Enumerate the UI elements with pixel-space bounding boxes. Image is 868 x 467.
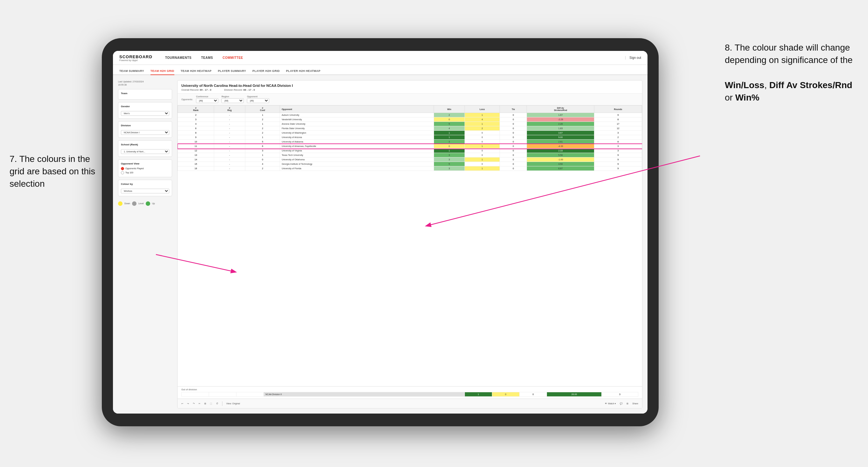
- watch-btn[interactable]: 👁 Watch ▾: [605, 402, 616, 405]
- ood-rounds: 3: [602, 392, 638, 397]
- share-btn[interactable]: Share: [632, 402, 638, 405]
- ood-rank: [182, 392, 209, 397]
- nav-teams[interactable]: TEAMS: [201, 56, 213, 60]
- tab-team-h2h-grid[interactable]: TEAM H2H GRID: [151, 69, 174, 75]
- grid-panel: University of North Carolina Head-to-Hea…: [177, 80, 643, 408]
- view-original-btn[interactable]: View: Original: [226, 402, 240, 405]
- table-row: 16 - 2 University of Florida 3 1 0 6.67 …: [178, 166, 642, 171]
- grid-records: Overall Record: 89 - 17 - 0 Division Rec…: [181, 88, 638, 91]
- overall-record-label: Overall Record: 89 - 17 - 0: [181, 88, 211, 91]
- table-row: 6 - 2 Florida State University 4 2 0 1.8…: [178, 126, 642, 131]
- legend-up-label: Up: [152, 202, 155, 205]
- main-content: Last Updated: 27/03/2024 16:55:38 Team G…: [113, 75, 648, 413]
- grid-header: University of North Carolina Head-to-Hea…: [178, 81, 642, 94]
- school-select[interactable]: 1. University of Nort...: [121, 149, 169, 154]
- table-row: 4 - 1 Arizona State University 5 1 0 2.2…: [178, 122, 642, 126]
- radio-top100[interactable]: Top 100: [121, 171, 169, 174]
- logo-area: SCOREBOARD Powered by clippd: [119, 54, 152, 61]
- ood-loss: 0: [492, 392, 519, 397]
- legend-down-label: Down: [124, 202, 130, 205]
- table-row: 11 - 6 University of Arkansas, Fayettevi…: [178, 144, 642, 149]
- h2h-table: #Rank #Reg #Conf Opponent Win Loss Tie D…: [178, 105, 642, 171]
- data-table: #Rank #Reg #Conf Opponent Win Loss Tie D…: [178, 105, 642, 386]
- sign-out-link[interactable]: Sign out: [625, 56, 641, 60]
- table-header-row: #Rank #Reg #Conf Opponent Win Loss Tie D…: [178, 105, 642, 113]
- bottom-toolbar: ↩ ↪ ↷ ✂ ⊞ ⬚ ⏱ View: Original 👁 Watch ▾ 💬…: [178, 399, 642, 408]
- tab-team-h2h-heatmap[interactable]: TEAM H2H HEATMAP: [181, 69, 212, 75]
- logo-text: SCOREBOARD: [119, 54, 152, 59]
- redo-btn[interactable]: ↪: [187, 402, 189, 405]
- tab-player-h2h-heatmap[interactable]: PLAYER H2H HEATMAP: [286, 69, 320, 75]
- last-updated: Last Updated: 27/03/2024 16:55:38: [118, 80, 172, 87]
- division-select[interactable]: NCAA Division I: [121, 130, 169, 135]
- col-reg: #Reg: [214, 105, 245, 113]
- filter-conference: Conference (All): [196, 95, 218, 103]
- cut-btn[interactable]: ✂: [198, 402, 200, 405]
- table-row: 12 - 3 University of Virginia 1 0 0 2.33…: [178, 149, 642, 153]
- tab-player-h2h-grid[interactable]: PLAYER H2H GRID: [252, 69, 280, 75]
- present-btn[interactable]: ⊞: [626, 402, 628, 405]
- legend-up-dot: [146, 201, 150, 206]
- legend-down-dot: [118, 201, 123, 206]
- sidebar-school-section: School (Rank) 1. University of Nort...: [118, 140, 172, 157]
- opponents-label: Opponents:: [181, 98, 193, 100]
- col-opponent: Opponent: [280, 105, 434, 113]
- ood-conf: [237, 392, 264, 397]
- radio-dot-unselected: [121, 171, 124, 174]
- gender-label: Gender: [121, 105, 169, 108]
- conference-filter-select[interactable]: (All): [196, 98, 218, 103]
- col-rank: #Rank: [178, 105, 214, 113]
- comment-btn[interactable]: 💬: [620, 402, 623, 405]
- team-label: Team: [121, 92, 169, 95]
- undo-btn[interactable]: ↩: [181, 402, 183, 405]
- legend-level-label: Level: [138, 202, 144, 205]
- tab-team-summary[interactable]: TEAM SUMMARY: [119, 69, 144, 75]
- out-of-division-label: Out of division: [181, 388, 638, 391]
- tablet-frame: SCOREBOARD Powered by clippd TOURNAMENTS…: [102, 38, 659, 426]
- filter-row: Opponents: Conference (All) Region (All): [178, 94, 642, 105]
- nav-tournaments[interactable]: TOURNAMENTS: [165, 56, 191, 60]
- tablet-screen: SCOREBOARD Powered by clippd TOURNAMENTS…: [113, 51, 648, 413]
- gender-select[interactable]: Men's: [121, 111, 169, 116]
- sidebar-colour-section: Colour by Win/loss: [118, 180, 172, 196]
- tab-player-summary[interactable]: PLAYER SUMMARY: [218, 69, 246, 75]
- filter-opponent: Opponent (All): [247, 95, 269, 103]
- sidebar-gender-section: Gender Men's: [118, 102, 172, 119]
- sidebar-panel: Last Updated: 27/03/2024 16:55:38 Team G…: [118, 80, 172, 408]
- logo-sub: Powered by clippd: [119, 59, 152, 61]
- forward-btn[interactable]: ↷: [193, 402, 195, 405]
- col-tie: Tie: [500, 105, 527, 113]
- col-loss: Loss: [465, 105, 500, 113]
- table-row: 8 - 2 University of Washington 1 0 0 3.6…: [178, 131, 642, 135]
- ood-diff: 26.00: [547, 392, 601, 397]
- ood-division: NCAA Division II: [264, 392, 465, 397]
- radio-opponents-played[interactable]: Opponents Played: [121, 167, 169, 170]
- table-row: 3 - 2 Vanderbilt University 0 4 0 -2.29 …: [178, 117, 642, 122]
- out-of-division-section: Out of division NCAA Division II 1 0 0: [178, 386, 642, 399]
- legend-row: Down Level Up: [118, 201, 172, 206]
- table-row: 15 - 4 Georgia Institute of Technology 5…: [178, 162, 642, 166]
- filter-region: Region (All): [221, 95, 244, 103]
- table-row: 10 - 5 University of Alabama 3 0 0 2.61 …: [178, 139, 642, 144]
- top-nav: SCOREBOARD Powered by clippd TOURNAMENTS…: [113, 51, 648, 65]
- paste-btn[interactable]: ⬚: [210, 402, 212, 405]
- grid-title: University of North Carolina Head-to-Hea…: [181, 84, 638, 88]
- region-filter-select[interactable]: (All): [221, 98, 244, 103]
- table-row: 13 - 1 Texas Tech University 3 0 0 5.56 …: [178, 153, 642, 157]
- division-record-label: Division Record: 88 - 17 - 0: [224, 88, 255, 91]
- table-row: 14 - 0 University of Oklahoma 3 1 0 -1.0…: [178, 157, 642, 162]
- copy-btn[interactable]: ⊞: [204, 402, 206, 405]
- nav-committee[interactable]: COMMITTEE: [223, 56, 243, 60]
- sub-nav: TEAM SUMMARY TEAM H2H GRID TEAM H2H HEAT…: [113, 65, 648, 75]
- colour-by-select[interactable]: Win/loss: [121, 189, 169, 193]
- annotation-left: 7. The colours in the grid are based on …: [9, 153, 99, 190]
- out-of-division-row: NCAA Division II 1 0 0 26.00 3: [182, 392, 638, 397]
- table-row: 9 - 1 University of Arizona 1 0 0 9.00 2: [178, 135, 642, 139]
- table-row: 2 - 1 Auburn University 2 1 0 1.67 9: [178, 113, 642, 117]
- col-rounds: Rounds: [594, 105, 642, 113]
- ood-reg: [209, 392, 237, 397]
- clock-btn[interactable]: ⏱: [216, 402, 218, 405]
- division-label: Division: [121, 124, 169, 127]
- opponent-view-label: Opponent View: [121, 162, 169, 165]
- opponent-filter-select[interactable]: (All): [247, 98, 269, 103]
